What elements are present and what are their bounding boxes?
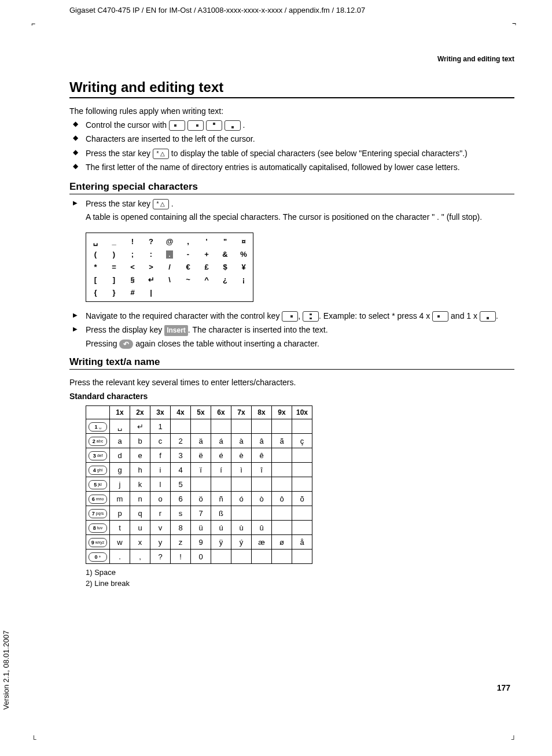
char-cell: j — [110, 477, 130, 492]
char-cell — [292, 463, 312, 477]
rule-item: Press the star key * △ to display the ta… — [69, 147, 514, 159]
key-cell: 6mno — [86, 492, 110, 506]
svg-rect-3 — [213, 123, 215, 125]
char-cell — [292, 448, 312, 463]
char-cell — [272, 448, 292, 463]
char-cell: ô — [272, 492, 292, 506]
char-cell: è — [231, 448, 252, 463]
special-char-cell: £ — [197, 261, 216, 274]
char-cell — [252, 419, 272, 434]
char-cell: ï — [191, 463, 211, 477]
special-char-cell: € — [179, 261, 197, 274]
special-char-cell: * — [86, 261, 105, 274]
key-cell: 4ghi — [86, 463, 110, 477]
char-cell: r — [150, 506, 171, 521]
char-cell — [231, 477, 252, 492]
entering-steps-2: Navigate to the required character with … — [69, 310, 514, 350]
step-item: Press the display key Insert. The charac… — [69, 324, 514, 349]
special-char-cell: ) — [105, 248, 123, 261]
char-cell: 3 — [171, 448, 191, 463]
special-char-cell: { — [86, 286, 105, 299]
footnote: 2) Line break — [86, 578, 514, 589]
special-char-cell — [197, 286, 216, 299]
char-cell: l — [150, 477, 171, 492]
svg-rect-7 — [310, 318, 312, 319]
special-char-cell — [160, 286, 179, 299]
char-cell: 9 — [191, 535, 211, 550]
special-char-cell: ! — [123, 235, 142, 248]
entering-steps: Press the star key * △ . A table is open… — [69, 198, 514, 223]
char-cell: i — [150, 463, 171, 477]
nav-down-key-icon — [480, 311, 496, 322]
char-cell — [211, 477, 231, 492]
char-cell: á — [211, 434, 231, 448]
char-cell — [292, 477, 312, 492]
char-cell: ù — [231, 521, 252, 535]
special-char-cell: , — [179, 235, 197, 248]
col-header: 8x — [252, 406, 272, 419]
char-cell: x — [130, 535, 150, 550]
char-cell — [231, 550, 252, 564]
char-cell: y — [150, 535, 171, 550]
key-cell: 1␣ — [86, 419, 110, 434]
char-cell: æ — [252, 535, 272, 550]
step-item: Navigate to the required character with … — [69, 310, 514, 322]
special-char-cell: [ — [86, 274, 105, 286]
special-char-table: ␣_!?@,'"¤();:.-+&%*=<>/€£$¥[]§↵\~^¿¡{}#| — [86, 233, 253, 302]
char-cell: ý — [231, 535, 252, 550]
phone-key-icon: 2abc — [89, 437, 107, 446]
phone-key-icon: 8tuv — [89, 523, 107, 533]
char-cell — [272, 506, 292, 521]
char-cell: ÿ — [211, 535, 231, 550]
char-cell: ü — [191, 521, 211, 535]
intro-text: The following rules apply when writing t… — [69, 106, 514, 116]
section-title: Writing and editing text — [69, 79, 514, 98]
char-cell: ë — [191, 448, 211, 463]
char-cell: û — [252, 521, 272, 535]
special-char-cell: ( — [86, 248, 105, 261]
special-char-cell: ? — [142, 235, 160, 248]
nav-left-key-icon — [432, 311, 448, 322]
col-header: 6x — [211, 406, 231, 419]
char-cell: h — [130, 463, 150, 477]
phone-key-icon: 5jkl — [89, 480, 107, 489]
rule-item: Characters are inserted to the left of t… — [69, 133, 514, 145]
char-cell: ß — [211, 506, 231, 521]
char-cell: à — [231, 434, 252, 448]
special-char-cell: " — [216, 235, 234, 248]
char-cell: ␣ — [110, 419, 130, 434]
phone-key-icon: 4ghi — [89, 466, 107, 475]
char-cell: í — [211, 463, 231, 477]
std-heading: Standard characters — [69, 392, 514, 401]
char-cell: ò — [252, 492, 272, 506]
svg-rect-2 — [196, 124, 198, 127]
char-cell: 8 — [171, 521, 191, 535]
svg-rect-9 — [487, 317, 489, 319]
special-char-cell: / — [160, 261, 179, 274]
char-cell — [211, 550, 231, 564]
char-cell — [231, 419, 252, 434]
char-cell: o — [150, 492, 171, 506]
nav-updown-key-icon — [303, 311, 319, 322]
footnote: 1) Space — [86, 567, 514, 578]
char-cell: q — [130, 506, 150, 521]
char-cell: ↵ — [130, 419, 150, 434]
key-cell: 5jkl — [86, 477, 110, 492]
char-cell — [292, 550, 312, 564]
special-char-cell — [216, 286, 234, 299]
crop-mark-icon: ⌐ — [31, 20, 35, 28]
char-cell — [272, 521, 292, 535]
char-cell: g — [110, 463, 130, 477]
special-char-cell: \ — [160, 274, 179, 286]
col-header: 1x — [110, 406, 130, 419]
char-cell — [231, 506, 252, 521]
key-cell: 0+ — [86, 550, 110, 564]
special-char-cell: $ — [216, 261, 234, 274]
nav-right-key-icon — [187, 120, 204, 131]
page-number: 177 — [497, 683, 510, 692]
char-cell: . — [110, 550, 130, 564]
char-cell: ! — [171, 550, 191, 564]
char-cell — [272, 463, 292, 477]
special-char-cell: ↵ — [142, 274, 160, 286]
special-char-cell: ¤ — [234, 235, 253, 248]
